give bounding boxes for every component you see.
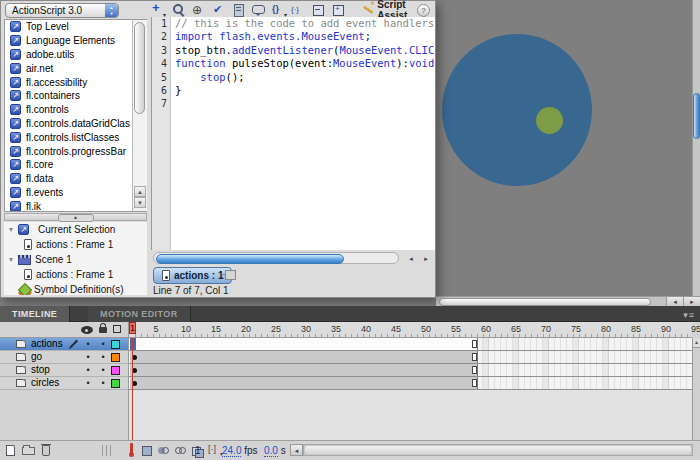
scroll-left-icon[interactable]: ◂ [290, 444, 303, 456]
library-item[interactable]: ↗Top Level [5, 20, 146, 34]
scroll-up-icon[interactable]: ▲ [693, 338, 700, 348]
library-item[interactable]: ↗fl.events [5, 186, 146, 200]
insert-target-path-icon[interactable] [191, 3, 206, 17]
dropdown-stepper-icon[interactable]: ▲▼ [105, 4, 118, 17]
layer-visibility-dot[interactable]: • [84, 338, 92, 350]
library-item[interactable]: ↗fl.ik [5, 199, 146, 212]
add-script-icon[interactable] [151, 3, 166, 17]
script-editor[interactable]: 1234567 // this is the code to add event… [151, 17, 435, 250]
elapsed-time-value[interactable]: 0.0 [264, 445, 278, 457]
frames-area[interactable] [129, 338, 692, 390]
scroll-left-icon[interactable]: ◂ [404, 253, 418, 264]
layer-row-go[interactable]: go•• [0, 351, 128, 364]
new-layer-icon[interactable] [6, 445, 15, 456]
layer-frames-circles[interactable] [129, 377, 692, 390]
layer-lock-dot[interactable]: • [99, 377, 107, 389]
library-item[interactable]: ↗air.net [5, 61, 146, 75]
center-frame-icon[interactable] [140, 444, 153, 457]
column-resize-grip[interactable] [102, 445, 113, 456]
tab-motion-editor[interactable]: MOTION EDITOR [88, 306, 191, 322]
layer-visibility-dot[interactable]: • [84, 351, 92, 363]
layer-frames-stop[interactable] [129, 364, 692, 377]
frame-span[interactable] [130, 338, 478, 350]
frame-rate-value[interactable]: 24.0 [222, 445, 241, 457]
timeline-vertical-scrollbar[interactable]: ▲ [692, 338, 700, 440]
scrollbar-track[interactable] [153, 252, 399, 264]
show-code-hint-icon[interactable] [251, 3, 266, 17]
elapsed-time[interactable]: 0.0 s [264, 445, 286, 456]
library-item[interactable]: ↗fl.controls.progressBar [5, 144, 146, 158]
collapse-between-braces-icon[interactable] [291, 3, 306, 17]
library-item[interactable]: ↗fl.controls [5, 103, 146, 117]
expand-all-icon[interactable] [331, 3, 346, 17]
script-tab-actions[interactable]: actions : 1 [153, 267, 232, 284]
delete-layer-icon[interactable] [42, 445, 50, 456]
scrollbar-thumb[interactable] [439, 298, 651, 306]
actionscript-version-dropdown[interactable]: ActionScript 3.0 ▲▼ [5, 3, 119, 18]
layer-row-stop[interactable]: stop•• [0, 364, 128, 377]
panel-menu-icon[interactable]: ▾≡ [683, 310, 695, 320]
stage-inner-circle[interactable] [536, 107, 563, 134]
layer-color-swatch[interactable] [111, 366, 120, 375]
scrollbar-thumb[interactable] [156, 254, 344, 264]
splitter-collapse-icon[interactable]: ▲ [58, 214, 94, 222]
scrollbar-thumb[interactable] [693, 93, 700, 139]
frame-span[interactable] [130, 351, 478, 363]
pin-script-icon[interactable] [225, 270, 236, 280]
layer-color-swatch[interactable] [111, 340, 120, 349]
layer-lock-dot[interactable]: • [99, 364, 107, 376]
onion-skin-outlines-icon[interactable] [174, 444, 187, 457]
library-item[interactable]: ↗adobe.utils [5, 48, 146, 62]
code-area[interactable]: // this is the code to add event handler… [175, 17, 435, 250]
layer-frames-go[interactable] [129, 351, 692, 364]
timeline-ruler[interactable]: 15101520253035404550556065707580859095 [129, 322, 692, 338]
scroll-up-icon[interactable]: ▲ [134, 186, 146, 197]
selected-frame-cell[interactable] [130, 338, 136, 350]
pane-splitter[interactable]: ▲ [4, 213, 147, 221]
timeline-horizontal-scrollbar[interactable] [303, 444, 693, 456]
playhead-frame-label[interactable]: 1 [129, 322, 136, 334]
library-item[interactable]: ↗fl.containers [5, 89, 146, 103]
disclosure-triangle-icon[interactable]: ▼ [4, 256, 18, 263]
frame-rate[interactable]: 24.0 fps [222, 445, 258, 456]
script-horizontal-scrollbar[interactable]: ◂ ▸ [152, 252, 435, 265]
library-item[interactable]: ↗fl.controls.dataGridClas [5, 117, 146, 131]
library-item[interactable]: ↗fl.accessibility [5, 75, 146, 89]
library-item[interactable]: ↗fl.controls.listClasses [5, 130, 146, 144]
scroll-left-icon[interactable]: ◂ [666, 297, 683, 306]
layer-row-actions[interactable]: actions•• [0, 338, 128, 351]
stage-vertical-scrollbar[interactable] [692, 0, 700, 296]
outline-all-layers-icon[interactable] [113, 325, 121, 333]
onion-skin-icon[interactable] [157, 444, 170, 457]
navigator-section[interactable]: ▼Scene 1 [4, 252, 147, 267]
lock-all-layers-icon[interactable] [99, 327, 107, 333]
auto-format-icon[interactable] [231, 3, 246, 17]
help-icon[interactable]: ? [417, 4, 430, 17]
modify-markers-icon[interactable] [208, 444, 221, 457]
check-syntax-icon[interactable] [211, 3, 226, 17]
layer-visibility-dot[interactable]: • [84, 377, 92, 389]
scroll-right-icon[interactable]: ▸ [683, 297, 700, 306]
collapse-selection-icon[interactable] [311, 3, 326, 17]
debug-options-icon[interactable] [271, 3, 286, 17]
frame-span[interactable] [130, 364, 478, 376]
navigator-section[interactable]: ▼↗Current Selection [4, 222, 147, 237]
library-item[interactable]: ↗fl.core [5, 158, 146, 172]
layer-row-circles[interactable]: circles•• [0, 377, 128, 390]
playhead[interactable] [132, 338, 133, 440]
library-item[interactable]: ↗fl.data [5, 172, 146, 186]
frame-span[interactable] [130, 377, 478, 389]
library-scrollbar[interactable]: ▲ ▼ [132, 20, 147, 211]
layer-visibility-dot[interactable]: • [84, 364, 92, 376]
show-hide-all-layers-icon[interactable] [81, 326, 93, 334]
scrollbar-thumb[interactable] [305, 446, 691, 454]
scroll-down-icon[interactable]: ▼ [134, 197, 146, 208]
library-item[interactable]: ↗Language Elements [5, 34, 146, 48]
layer-frames-actions[interactable] [129, 338, 692, 351]
scroll-right-icon[interactable]: ▸ [419, 253, 433, 264]
stage-circle[interactable] [442, 34, 592, 186]
layer-color-swatch[interactable] [111, 353, 120, 362]
new-folder-icon[interactable] [22, 447, 35, 455]
navigator-section[interactable]: Symbol Definition(s) [4, 282, 147, 295]
navigator-item[interactable]: actions : Frame 1 [4, 267, 147, 282]
